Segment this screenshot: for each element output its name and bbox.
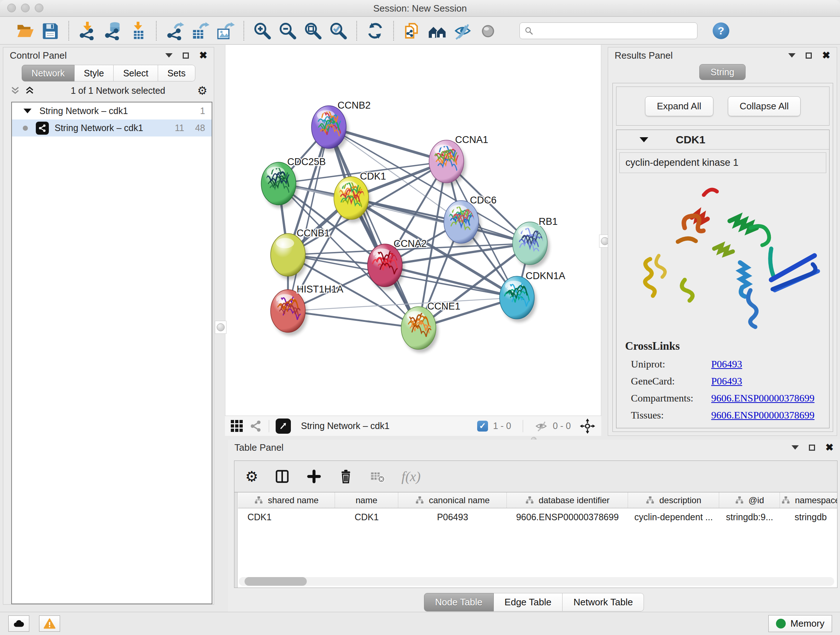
tab-node-table[interactable]: Node Table bbox=[424, 593, 494, 611]
add-column-icon[interactable] bbox=[306, 469, 322, 485]
window-minimize-button[interactable] bbox=[21, 4, 30, 12]
crosslink-link[interactable]: P06493 bbox=[711, 426, 742, 428]
collapse-all-icon[interactable] bbox=[10, 85, 21, 96]
crosslink-link[interactable]: 9606.ENSP00000378699 bbox=[711, 393, 814, 404]
hide-panels-button[interactable] bbox=[452, 20, 474, 42]
network-row-selected[interactable]: String Network – cdk1 11 48 bbox=[12, 119, 212, 136]
left-splitter-handle[interactable] bbox=[215, 321, 226, 334]
clone-network-button[interactable] bbox=[401, 20, 423, 42]
table-cell[interactable]: cyclin-dependent ... bbox=[628, 508, 719, 526]
scrollbar-thumb[interactable] bbox=[245, 577, 307, 586]
table-cell[interactable]: 9606.ENSP00000378699 bbox=[507, 508, 628, 526]
move-tool-icon[interactable] bbox=[579, 418, 595, 434]
panel-close-icon[interactable] bbox=[822, 51, 830, 60]
memory-button[interactable]: Memory bbox=[768, 615, 832, 632]
show-panels-button[interactable] bbox=[477, 20, 499, 42]
tab-network[interactable]: Network bbox=[22, 65, 74, 81]
tab-sets[interactable]: Sets bbox=[158, 65, 195, 81]
column-header-shared-name[interactable]: shared name bbox=[238, 492, 335, 508]
expand-all-button[interactable]: Expand All bbox=[645, 96, 714, 116]
network-node-CDC6[interactable] bbox=[444, 201, 481, 247]
crosslink-link[interactable]: P06493 bbox=[711, 375, 742, 387]
panel-menu-icon[interactable] bbox=[165, 53, 172, 57]
window-zoom-button[interactable] bbox=[35, 4, 43, 12]
show-columns-icon[interactable] bbox=[274, 469, 290, 485]
window-close-button[interactable] bbox=[7, 4, 16, 12]
export-table-button[interactable] bbox=[189, 20, 211, 42]
edge-HIST1H1A-CCNE1[interactable] bbox=[288, 311, 418, 328]
network-node-CCNA1[interactable] bbox=[429, 140, 466, 186]
network-options-gear-icon[interactable]: ⚙ bbox=[197, 84, 207, 97]
table-cell[interactable]: CDK1 bbox=[238, 508, 335, 526]
gene-entry-header[interactable]: CDK1 bbox=[616, 130, 829, 149]
zoom-out-button[interactable] bbox=[277, 20, 298, 42]
tab-edge-table[interactable]: Edge Table bbox=[494, 593, 563, 611]
birds-eye-view-button[interactable] bbox=[276, 418, 291, 434]
tab-style[interactable]: Style bbox=[74, 65, 114, 81]
crosslink-link[interactable]: P06493 bbox=[711, 358, 742, 370]
column-header-namespace[interactable]: namespace bbox=[780, 492, 837, 508]
zoom-fit-content-button[interactable] bbox=[302, 20, 324, 42]
delete-column-icon[interactable] bbox=[338, 469, 354, 485]
edge-CCNB2-HIST1H1A[interactable] bbox=[288, 127, 329, 311]
collapse-all-button[interactable]: Collapse All bbox=[728, 96, 801, 116]
table-row[interactable]: CDK1CDK1P064939606.ENSP00000378699cyclin… bbox=[238, 508, 837, 526]
horizontal-scrollbar[interactable] bbox=[239, 577, 834, 586]
table-cell[interactable]: CDK1 bbox=[335, 508, 398, 526]
column-header-name[interactable]: name bbox=[335, 492, 398, 508]
column-header-database-identifier[interactable]: database identifier bbox=[507, 492, 628, 508]
panel-menu-icon[interactable] bbox=[791, 445, 799, 450]
panel-close-icon[interactable] bbox=[825, 443, 834, 453]
column-header-canonical-name[interactable]: canonical name bbox=[398, 492, 507, 508]
cloud-button[interactable] bbox=[8, 616, 29, 632]
import-network-from-file-button[interactable] bbox=[76, 20, 98, 42]
import-table-from-file-button[interactable] bbox=[127, 20, 149, 42]
search-input[interactable] bbox=[537, 25, 693, 36]
tab-select[interactable]: Select bbox=[114, 65, 158, 81]
edge-CCNB2-CCNE1[interactable] bbox=[329, 127, 418, 328]
network-node-CCNA2[interactable] bbox=[368, 244, 404, 290]
panel-menu-icon[interactable] bbox=[788, 53, 796, 57]
column-header-description[interactable]: description bbox=[628, 492, 719, 508]
table-cell[interactable]: stringdb:9... bbox=[719, 508, 780, 526]
hidden-elements-icon[interactable] bbox=[535, 420, 548, 432]
open-session-button[interactable] bbox=[14, 20, 36, 42]
network-collection-row[interactable]: String Network – cdk1 1 bbox=[12, 103, 212, 119]
column-header--id[interactable]: @id bbox=[719, 492, 780, 508]
network-node-RB1[interactable] bbox=[513, 222, 549, 268]
selected-nodes-checkbox-icon[interactable] bbox=[477, 421, 488, 432]
entry-collapse-icon[interactable] bbox=[639, 137, 648, 142]
table-cell[interactable]: P06493 bbox=[398, 508, 507, 526]
network-node-CCNE1[interactable] bbox=[401, 307, 438, 353]
network-view-canvas[interactable]: CCNB2CCNA1CDC25BCDK1CDC6RB1CCNB1CCNA2CDK… bbox=[225, 45, 601, 416]
panel-float-icon[interactable] bbox=[809, 445, 815, 451]
table-options-gear-icon[interactable]: ⚙ bbox=[245, 468, 258, 485]
help-button[interactable]: ? bbox=[713, 22, 729, 39]
export-network-button[interactable] bbox=[164, 20, 186, 42]
panel-float-icon[interactable] bbox=[183, 52, 189, 59]
crosslink-link[interactable]: 9606.ENSP00000378699 bbox=[711, 409, 814, 421]
panel-float-icon[interactable] bbox=[806, 52, 812, 59]
network-graph[interactable]: CCNB2CCNA1CDC25BCDK1CDC6RB1CCNB1CCNA2CDK… bbox=[225, 45, 602, 416]
panel-close-icon[interactable] bbox=[199, 51, 207, 60]
import-network-from-database-button[interactable] bbox=[102, 20, 123, 42]
table-cell[interactable]: stringdb bbox=[780, 508, 837, 526]
network-node-CDK1[interactable] bbox=[334, 177, 371, 223]
network-share-icon[interactable] bbox=[249, 420, 262, 432]
expand-all-icon[interactable] bbox=[24, 85, 35, 96]
warnings-button[interactable] bbox=[39, 616, 60, 632]
apply-preferred-layout-button[interactable] bbox=[364, 20, 386, 42]
collection-expand-icon[interactable] bbox=[24, 109, 32, 113]
network-node-CDKN1A[interactable] bbox=[500, 276, 537, 322]
tab-string[interactable]: String bbox=[699, 64, 745, 80]
search-field[interactable] bbox=[519, 22, 698, 39]
export-image-button[interactable] bbox=[215, 20, 236, 42]
tab-network-table[interactable]: Network Table bbox=[562, 593, 644, 611]
network-node-CCNB2[interactable] bbox=[311, 106, 348, 152]
network-node-HIST1H1A[interactable] bbox=[271, 290, 308, 336]
grid-view-icon[interactable] bbox=[231, 420, 243, 432]
save-session-button[interactable] bbox=[39, 20, 61, 42]
string-home-button[interactable] bbox=[426, 20, 448, 42]
zoom-selected-button[interactable] bbox=[327, 20, 349, 42]
zoom-in-button[interactable] bbox=[251, 20, 273, 42]
